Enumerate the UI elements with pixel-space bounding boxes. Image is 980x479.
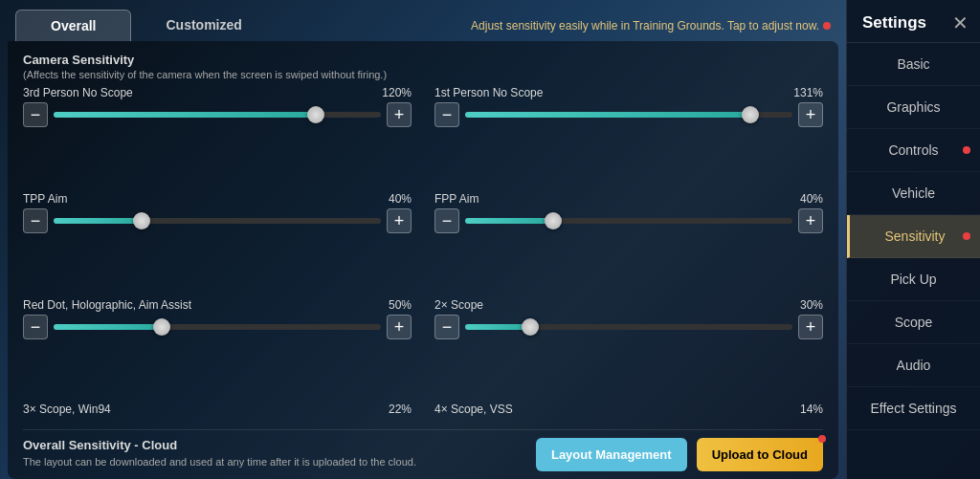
slider-label-row: Red Dot, Holographic, Aim Assist50% [23, 298, 412, 312]
slider-controls: −+ [434, 315, 823, 339]
slider-thumb[interactable] [153, 318, 170, 336]
slider-label-text: 3× Scope, Win94 [23, 403, 111, 416]
slider-controls: −+ [23, 208, 412, 233]
slider-track[interactable] [465, 112, 792, 118]
slider-decrease-button[interactable]: − [23, 102, 48, 127]
slider-fill [54, 218, 142, 224]
slider-track[interactable] [54, 112, 381, 118]
close-button[interactable]: ✕ [952, 13, 969, 33]
slider-fill [465, 112, 750, 118]
slider-value: 14% [800, 403, 823, 416]
tab-overall[interactable]: Overall [15, 10, 131, 41]
slider-controls: −+ [434, 102, 823, 127]
sidebar-item-audio[interactable]: Audio [847, 344, 980, 387]
slider-thumb[interactable] [742, 106, 759, 123]
slider-fill [54, 324, 162, 330]
sidebar-item-scope[interactable]: Scope [847, 301, 980, 344]
cloud-info: Overall Sensitivity - Cloud The layout c… [23, 438, 524, 469]
slider-label-row: 2× Scope30% [434, 298, 823, 312]
slider-fill [465, 218, 553, 224]
slider-label-text: 1st Person No Scope [434, 86, 543, 99]
slider-thumb[interactable] [307, 106, 324, 123]
slider-group-4x-scope: 4× Scope, VSS14% [434, 403, 823, 416]
slider-track[interactable] [54, 324, 381, 330]
sidebar: Settings ✕ BasicGraphicsControlsVehicleS… [846, 0, 980, 479]
slider-fill [54, 112, 316, 118]
slider-decrease-button[interactable]: − [434, 102, 459, 127]
cloud-desc: The layout can be downloaded and used at… [23, 455, 524, 469]
slider-value: 50% [389, 298, 412, 312]
sidebar-nav: BasicGraphicsControlsVehicleSensitivityP… [847, 43, 980, 430]
slider-increase-button[interactable]: + [798, 102, 823, 127]
slider-label-row: 1st Person No Scope131% [434, 86, 823, 99]
slider-thumb[interactable] [545, 212, 562, 229]
slider-fill [465, 324, 530, 330]
slider-label-text: Red Dot, Holographic, Aim Assist [23, 298, 191, 312]
sidebar-item-graphics[interactable]: Graphics [847, 86, 980, 129]
bottom-row: Overall Sensitivity - Cloud The layout c… [23, 429, 823, 471]
sidebar-header: Settings ✕ [847, 0, 980, 43]
slider-value: 120% [382, 86, 412, 99]
slider-decrease-button[interactable]: − [23, 315, 48, 339]
tabs-bar: OverallCustomized Adjust sensitivity eas… [0, 0, 846, 41]
tab-customized[interactable]: Customized [131, 10, 276, 41]
slider-label-row: 3rd Person No Scope120% [23, 86, 412, 99]
notification-dot [963, 232, 970, 240]
slider-group-3rd-no-scope: 3rd Person No Scope120%−+ [23, 86, 412, 185]
section-subtitle: (Affects the sensitivity of the camera w… [23, 69, 823, 80]
slider-group-3x-scope: 3× Scope, Win9422% [23, 403, 412, 416]
main-panel: OverallCustomized Adjust sensitivity eas… [0, 0, 846, 479]
slider-increase-button[interactable]: + [798, 315, 823, 339]
slider-track[interactable] [465, 218, 792, 224]
slider-label-text: 4× Scope, VSS [434, 403, 513, 416]
slider-decrease-button[interactable]: − [434, 315, 459, 339]
slider-label-text: FPP Aim [434, 192, 479, 206]
notice-text: Adjust sensitivity easily while in Train… [471, 19, 819, 33]
slider-controls: −+ [23, 315, 412, 339]
upload-to-cloud-button[interactable]: Upload to Cloud [697, 438, 823, 471]
slider-thumb[interactable] [522, 318, 539, 336]
slider-label-row: TPP Aim40% [23, 192, 412, 206]
sidebar-item-vehicle[interactable]: Vehicle [847, 172, 980, 215]
slider-increase-button[interactable]: + [387, 102, 412, 127]
slider-label-row: 4× Scope, VSS14% [434, 403, 823, 416]
slider-increase-button[interactable]: + [387, 315, 412, 339]
slider-increase-button[interactable]: + [387, 208, 412, 233]
slider-controls: −+ [23, 102, 412, 127]
slider-value: 40% [800, 192, 823, 206]
slider-label-text: TPP Aim [23, 192, 67, 206]
sidebar-item-basic[interactable]: Basic [847, 43, 980, 86]
section-title: Camera Sensitivity [23, 53, 823, 67]
slider-controls: −+ [434, 208, 823, 233]
slider-value: 30% [800, 298, 823, 312]
slider-label-row: 3× Scope, Win9422% [23, 403, 412, 416]
tab-notice: Adjust sensitivity easily while in Train… [471, 19, 831, 33]
slider-increase-button[interactable]: + [798, 208, 823, 233]
sidebar-item-pickup[interactable]: Pick Up [847, 258, 980, 301]
slider-value: 40% [389, 192, 412, 206]
sidebar-title: Settings [862, 13, 926, 33]
slider-track[interactable] [54, 218, 381, 224]
slider-label-text: 2× Scope [434, 298, 483, 312]
notice-dot [823, 22, 831, 30]
slider-decrease-button[interactable]: − [434, 208, 459, 233]
scope-bottom-grid: 3× Scope, Win9422%4× Scope, VSS14% [23, 403, 823, 416]
slider-value: 22% [389, 403, 412, 416]
sliders-grid: 3rd Person No Scope120%−+1st Person No S… [23, 86, 823, 397]
slider-group-red-dot: Red Dot, Holographic, Aim Assist50%−+ [23, 298, 412, 397]
content-panel: Camera Sensitivity (Affects the sensitiv… [8, 41, 838, 479]
slider-value: 131% [793, 86, 823, 99]
notification-dot [963, 146, 970, 154]
slider-label-row: FPP Aim40% [434, 192, 823, 206]
slider-track[interactable] [465, 324, 792, 330]
layout-management-button[interactable]: Layout Management [536, 438, 687, 471]
slider-thumb[interactable] [133, 212, 150, 229]
bottom-buttons: Layout Management Upload to Cloud [536, 438, 823, 471]
slider-decrease-button[interactable]: − [23, 208, 48, 233]
slider-label-text: 3rd Person No Scope [23, 86, 133, 99]
tabs-container: OverallCustomized [15, 10, 277, 41]
sidebar-item-sensitivity[interactable]: Sensitivity [847, 215, 980, 258]
upload-dot [818, 435, 826, 443]
sidebar-item-controls[interactable]: Controls [847, 129, 980, 172]
sidebar-item-effect[interactable]: Effect Settings [847, 387, 980, 430]
